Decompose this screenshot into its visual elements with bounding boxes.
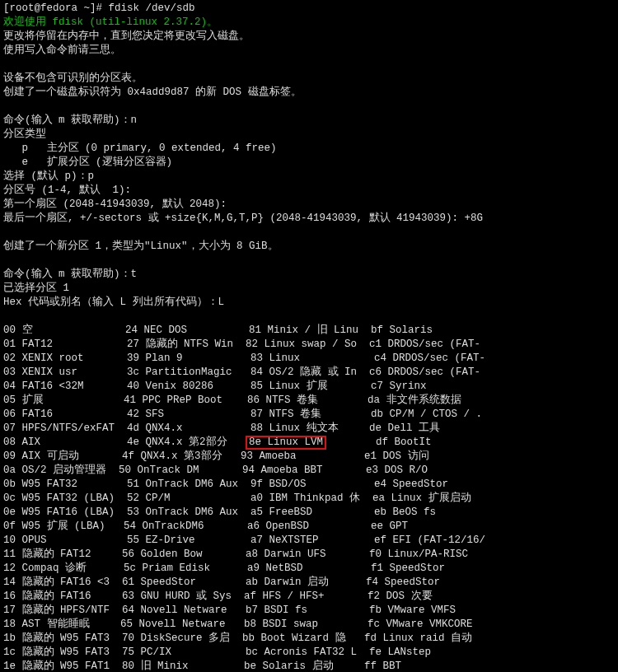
intro-line-1: 更改将停留在内存中，直到您决定将更改写入磁盘。 [3,30,250,42]
last-sector: 最后一个扇区, +/-sectors 或 +size{K,M,G,T,P} (2… [3,212,483,224]
ptype-extended: e 扩展分区 (逻辑分区容器) [3,156,172,168]
partition-type-header: 分区类型 [3,128,46,140]
intro-line-2: 使用写入命令前请三思。 [3,44,121,56]
selected-partition: 已选择分区 1 [3,282,69,294]
shell-prompt: [root@fedora ~]# fdisk /dev/sdb [3,2,195,14]
select-p: 选择 (默认 p)：p [3,170,94,182]
created-label: 创建了一个磁盘标识符为 0x4add9d87 的新 DOS 磁盘标签。 [3,86,302,98]
command-n: 命令(输入 m 获取帮助)：n [3,114,137,126]
partition-type-table: 00 空 24 NEC DOS 81 Minix / 旧 Linu bf Sol… [3,324,618,672]
created-partition: 创建了一个新分区 1，类型为"Linux"，大小为 8 GiB。 [3,240,279,252]
hex-prompt: Hex 代码或别名（输入 L 列出所有代码）：L [3,296,224,308]
ptype-primary: p 主分区 (0 primary, 0 extended, 4 free) [3,142,277,154]
partition-number: 分区号 (1-4, 默认 1): [3,184,131,196]
no-partition-table: 设备不包含可识别的分区表。 [3,72,143,84]
terminal[interactable]: [root@fedora ~]# fdisk /dev/sdb 欢迎使用 fdi… [0,0,618,672]
welcome-line: 欢迎使用 fdisk (util-linux 2.37.2)。 [3,16,218,28]
first-sector: 第一个扇区 (2048-41943039, 默认 2048): [3,198,227,210]
command-t: 命令(输入 m 获取帮助)：t [3,268,137,280]
linux-lvm-highlight: 8e Linux LVM [246,436,326,450]
